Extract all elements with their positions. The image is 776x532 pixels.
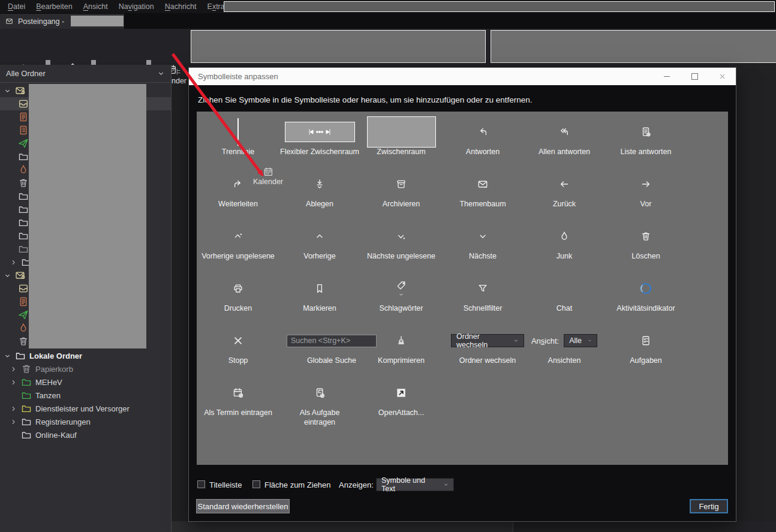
compact-broom-icon [396,335,407,346]
twisty-closed-icon[interactable] [10,405,17,413]
customize-item-schnellfilter[interactable]: Schnellfilter [442,273,524,325]
sent-icon [18,138,29,149]
folder-row-papierkorb[interactable]: Papierkorb [0,362,171,375]
customize-item-chat[interactable]: Chat [524,273,605,325]
message-pane-bottom [513,521,776,532]
titlebar-checkbox-label: Titelleiste [209,480,242,489]
view-label: Ansicht: [531,336,559,345]
customize-item-als-aufgabe[interactable]: Als Aufgabe eintragen [279,377,360,429]
bookmark-icon [314,283,325,294]
menu-datei[interactable]: Datei [2,2,31,11]
local-folders-row[interactable]: Lokale Ordner [0,349,171,362]
customize-item-vorherige-ungelesene[interactable]: Vorherige ungelesene [197,221,279,273]
show-mode-dropdown[interactable]: Symbole und Text [376,478,454,491]
chevron-up-dot-icon [233,231,243,242]
customize-item-ordner-wechseln[interactable]: Ordner wechseln Ordner wechseln [447,325,528,377]
menu-nachricht[interactable]: Nachricht [160,2,202,11]
customize-item-openattach[interactable]: OpenAttach... [360,377,442,429]
customize-item-zurueck[interactable]: Zurück [524,169,605,221]
folder-row-mehev[interactable]: MEHeV [0,375,171,389]
dialog-footer: Titelleiste Fläche zum Ziehen Anzeigen: … [189,478,736,521]
folder-label: Papierkorb [35,365,73,374]
twisty-open-icon[interactable] [4,272,11,279]
customize-item-schlagwoerter[interactable]: Schlagwörter [360,273,442,325]
customize-item-als-termin[interactable]: Als Termin eintragen [197,377,279,429]
view-dropdown[interactable]: Alle [564,334,597,347]
folder-label: Lokale Ordner [29,351,82,360]
close-button[interactable] [708,68,736,85]
customize-item-flexibler-zwischenraum[interactable]: Flexibler Zwischenraum [279,116,360,169]
minimize-button[interactable] [653,68,681,85]
menu-ansicht[interactable]: Ansicht [78,2,113,11]
account-mail-icon [15,270,26,281]
titlebar-checkbox[interactable] [197,480,205,488]
folder-icon [21,429,32,440]
customize-item-liste-antworten[interactable]: Liste antworten [605,116,687,169]
twisty-closed-icon[interactable] [10,365,17,373]
customize-item-aktivitaetsindikator[interactable]: Aktivitätsindikator [605,273,687,325]
customize-item-archivieren[interactable]: Archivieren [360,169,442,221]
folder-label: Online-Kauf [35,431,77,440]
customize-item-allen-antworten[interactable]: Allen antworten [524,116,605,169]
chevron-down-icon[interactable] [157,70,165,77]
folder-row-registrierungen[interactable]: Registrierungen [0,415,171,428]
folder-pane-header[interactable]: Alle Ordner [0,65,171,83]
twisty-open-icon[interactable] [4,352,11,360]
redacted-tab-text [71,16,124,26]
chat-icon [559,283,570,294]
folder-row-dienstleister[interactable]: Dienstleister und Versorger [0,402,171,415]
tag-icon [396,280,407,291]
twisty-closed-icon[interactable] [10,418,17,426]
customize-item-drucken[interactable]: Drucken [197,273,279,325]
drag-area-checkbox[interactable] [252,480,260,488]
customize-item-junk[interactable]: Junk [524,221,605,273]
menu-navigation[interactable]: Navigation [113,2,160,11]
close-icon [718,73,726,80]
folder-icon [18,191,29,202]
dragged-item-kalender[interactable]: Kalender [241,167,295,187]
customize-item-naechste-ungelesene[interactable]: Nächste ungelesene [360,221,442,273]
customize-item-antworten[interactable]: Antworten [442,116,524,169]
customize-item-aufgaben[interactable]: Aufgaben [605,325,687,377]
folder-icon [18,230,29,241]
funnel-icon [477,283,488,294]
twisty-closed-icon[interactable] [10,259,17,266]
folder-mode-label: Alle Ordner [6,69,46,78]
menu-bearbeiten[interactable]: Bearbeiten [31,2,77,11]
customize-item-trennlinie[interactable]: Trennlinie [197,116,279,169]
maximize-button[interactable] [681,68,708,85]
folder-label: Registrierungen [35,417,91,426]
customize-item-naechste[interactable]: Nächste [442,221,524,273]
customize-item-ansichten[interactable]: Ansicht: Alle Ansichten [524,325,605,377]
customize-item-themenbaum[interactable]: Themenbaum [442,169,524,221]
customize-item-komprimieren[interactable]: Komprimieren [360,325,442,377]
folder-label: MEHeV [35,378,62,387]
tab-posteingang[interactable]: Posteingang - [0,14,124,29]
folder-row-onlinekauf[interactable]: Online-Kauf [0,428,171,441]
dialog-titlebar[interactable]: Symbolleiste anpassen [189,68,736,85]
customize-item-markieren[interactable]: Markieren [279,273,360,325]
flame-icon [559,231,570,242]
maximize-icon [691,73,698,80]
back-arrow-icon [559,179,570,190]
redacted-folder-names [29,84,146,348]
customize-item-vorherige[interactable]: Vorherige [279,221,360,273]
customize-item-stopp[interactable]: Stopp [197,325,279,377]
folder-row-tanzen[interactable]: Tanzen [0,389,171,402]
envelope-icon [5,17,13,25]
redacted-toolbar-area [191,30,486,63]
twisty-closed-icon[interactable] [10,378,17,386]
customize-item-vor[interactable]: Vor [605,169,687,221]
restore-default-button[interactable]: Standard wiederherstellen [196,499,290,513]
reply-icon [477,127,488,137]
customize-item-loeschen[interactable]: Löschen [605,221,687,273]
thread-envelope-icon [477,179,488,190]
customize-item-zwischenraum[interactable]: Zwischenraum [360,116,442,169]
thunderbird-window: Datei Bearbeiten Ansicht Navigation Nach… [0,0,776,532]
done-button[interactable]: Fertig [690,499,728,513]
twisty-open-icon[interactable] [4,87,11,95]
templates-icon [18,125,29,136]
folder-switch-dropdown[interactable]: Ordner wechseln [451,334,524,347]
open-attach-icon [396,387,407,398]
chevron-down-icon [398,291,404,297]
